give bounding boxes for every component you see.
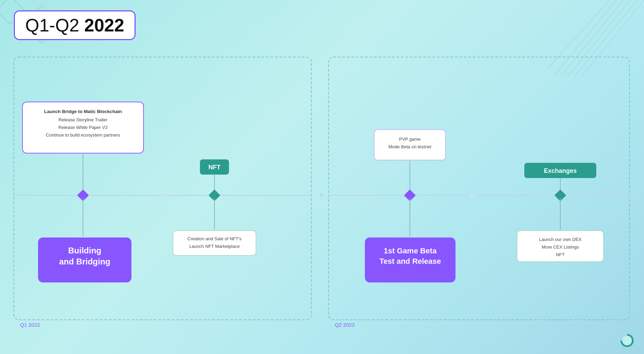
svg-text:NFT: NFT — [556, 252, 564, 257]
arrow-end — [629, 193, 633, 197]
q1-label: Q1 2022 — [20, 322, 40, 328]
svg-text:and Bridging: and Bridging — [59, 257, 110, 266]
arrow-q2-mid — [470, 193, 476, 197]
svg-text:More CEX Listings: More CEX Listings — [542, 244, 579, 250]
svg-text:Building: Building — [68, 246, 101, 255]
svg-text:PVP game: PVP game — [399, 137, 421, 142]
svg-text:Mode Beta  on testnet: Mode Beta on testnet — [388, 144, 431, 149]
nft-bottom-card — [173, 231, 256, 255]
title-bold: 2022 — [84, 15, 125, 35]
svg-text:Launch our own DEX: Launch our own DEX — [539, 237, 582, 242]
svg-text:1st Game Beta: 1st Game Beta — [384, 246, 437, 255]
svg-text:Continue to build ecosystem pa: Continue to build ecosystem partners — [46, 132, 120, 138]
arrow-mid — [320, 193, 325, 197]
svg-text:Release Storyline Trailer: Release Storyline Trailer — [58, 117, 108, 122]
title-box: Q1-Q2 2022 — [14, 10, 136, 40]
svg-text:Launch Bridge to Matic Blockch: Launch Bridge to Matic Blockchain — [44, 109, 122, 114]
svg-text:Exchanges: Exchanges — [544, 167, 577, 174]
roadmap-svg: Q1 2022 Q2 2022 Launch Bridge to Matic B… — [10, 54, 634, 337]
arrow-q1-mid — [163, 193, 168, 197]
title-normal: Q1-Q2 — [25, 15, 84, 35]
title-text: Q1-Q2 2022 — [25, 15, 124, 35]
svg-text:Release White Paper V2: Release White Paper V2 — [58, 125, 108, 130]
svg-text:Test and Release: Test and Release — [379, 257, 441, 266]
svg-text:Creation and Sale of NFT's: Creation and Sale of NFT's — [187, 236, 242, 241]
corner-logo — [620, 334, 634, 347]
svg-text:NFT: NFT — [209, 164, 221, 171]
q2-label: Q2 2022 — [335, 322, 355, 328]
svg-text:Launch NFT Marketplace: Launch NFT Marketplace — [189, 244, 240, 249]
